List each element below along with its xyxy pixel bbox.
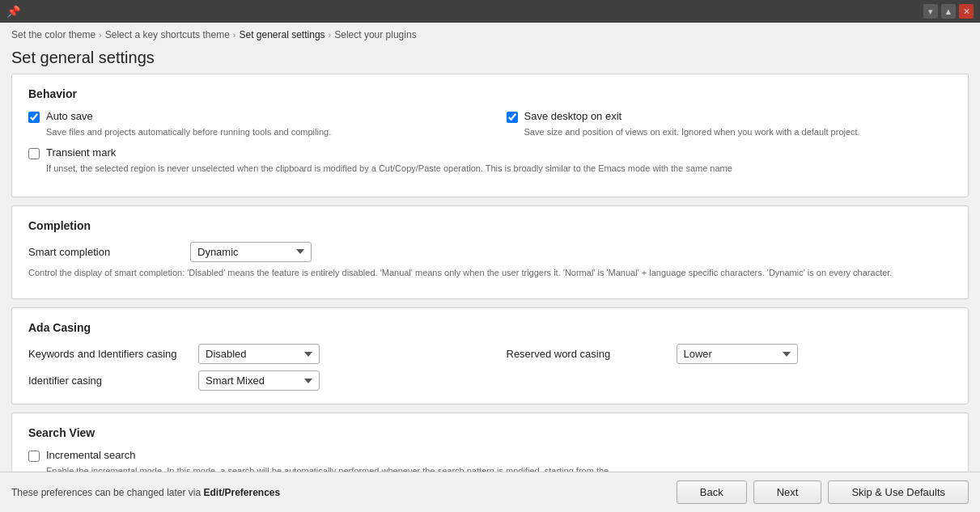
page-title: Set general settings: [0, 45, 980, 74]
reserved-casing-row: Reserved word casing Lower Upper Mixed: [507, 344, 952, 364]
footer-buttons: Back Next Skip & Use Defaults: [677, 480, 969, 504]
breadcrumb-sep-3: ›: [329, 30, 332, 40]
titlebar: 📌 ▾ ▲ ✕: [0, 0, 980, 23]
footer-text-bold: Edit/Preferences: [203, 487, 280, 498]
search-view-section: Search View Incremental search Enable th…: [11, 413, 969, 472]
titlebar-pin-icon: 📌: [6, 5, 20, 18]
footer: These preferences can be changed later v…: [0, 472, 980, 512]
reserved-casing-label: Reserved word casing: [507, 348, 668, 360]
save-desktop-col: Save desktop on exit Save size and posit…: [507, 110, 952, 146]
incremental-search-row: Incremental search: [28, 449, 952, 462]
main-window: Set the color theme › Select a key short…: [0, 23, 980, 512]
breadcrumb-item-1[interactable]: Set the color theme: [11, 29, 95, 40]
skip-button[interactable]: Skip & Use Defaults: [828, 480, 969, 504]
save-desktop-checkbox[interactable]: [507, 112, 518, 123]
behavior-two-col: Auto save Save files and projects automa…: [28, 110, 952, 146]
footer-text-prefix: These preferences can be changed later v…: [11, 487, 203, 498]
smart-completion-label: Smart completion: [28, 246, 190, 258]
footer-text: These preferences can be changed later v…: [11, 487, 280, 498]
completion-section: Completion Smart completion Disabled Man…: [11, 205, 969, 299]
maximize-button[interactable]: ▲: [941, 4, 956, 19]
titlebar-controls: ▾ ▲ ✕: [923, 4, 974, 19]
smart-completion-select[interactable]: Disabled Manual Normal Dynamic: [190, 242, 312, 262]
smart-completion-desc: Control the display of smart completion:…: [28, 267, 952, 279]
breadcrumb-item-3[interactable]: Set general settings: [239, 29, 325, 40]
content-area[interactable]: Behavior Auto save Save files and projec…: [0, 74, 980, 472]
breadcrumb-item-2[interactable]: Select a key shortcuts theme: [105, 29, 230, 40]
reserved-casing-select[interactable]: Lower Upper Mixed: [677, 344, 798, 364]
behavior-section: Behavior Auto save Save files and projec…: [11, 74, 969, 197]
transient-mark-row: Transient mark: [28, 146, 952, 159]
incremental-search-desc: Enable the incremental mode. In this mod…: [46, 465, 952, 472]
breadcrumb-item-4[interactable]: Select your plugins: [334, 29, 416, 40]
identifier-casing-select[interactable]: Disabled Lowercase Uppercase Smart Mixed: [198, 370, 320, 391]
minimize-button[interactable]: ▾: [923, 4, 938, 19]
transient-mark-checkbox[interactable]: [28, 148, 40, 159]
keywords-casing-label: Keywords and Identifiers casing: [28, 348, 190, 360]
transient-mark-label: Transient mark: [46, 146, 116, 159]
transient-mark-desc: If unset, the selected region is never u…: [46, 163, 952, 175]
keywords-casing-select[interactable]: Disabled Lowercase Uppercase Smart Mixed: [198, 344, 320, 364]
auto-save-col: Auto save Save files and projects automa…: [28, 110, 474, 146]
keywords-casing-row: Keywords and Identifiers casing Disabled…: [28, 344, 474, 364]
close-button[interactable]: ✕: [959, 4, 974, 19]
breadcrumb: Set the color theme › Select a key short…: [0, 23, 980, 45]
incremental-search-checkbox[interactable]: [28, 451, 40, 462]
save-desktop-desc: Save size and position of views on exit.…: [524, 126, 952, 138]
ada-casing-section: Ada Casing Keywords and Identifiers casi…: [11, 307, 969, 404]
smart-completion-row: Smart completion Disabled Manual Normal …: [28, 242, 952, 262]
auto-save-row: Auto save: [28, 110, 474, 123]
identifier-casing-label: Identifier casing: [28, 374, 190, 387]
back-button[interactable]: Back: [677, 480, 747, 504]
identifier-casing-row: Identifier casing Disabled Lowercase Upp…: [28, 370, 474, 391]
save-desktop-row: Save desktop on exit: [507, 110, 952, 123]
auto-save-label: Auto save: [46, 110, 93, 122]
incremental-search-label: Incremental search: [46, 449, 136, 461]
save-desktop-label: Save desktop on exit: [524, 110, 622, 122]
search-view-title: Search View: [28, 426, 952, 439]
next-button[interactable]: Next: [753, 480, 822, 504]
auto-save-desc: Save files and projects automatically be…: [46, 126, 474, 138]
casing-grid: Keywords and Identifiers casing Disabled…: [28, 344, 952, 391]
completion-title: Completion: [28, 219, 952, 232]
breadcrumb-sep-1: ›: [99, 30, 102, 40]
auto-save-checkbox[interactable]: [28, 112, 40, 123]
behavior-title: Behavior: [28, 87, 952, 100]
breadcrumb-sep-2: ›: [233, 30, 236, 40]
ada-casing-title: Ada Casing: [28, 321, 952, 334]
